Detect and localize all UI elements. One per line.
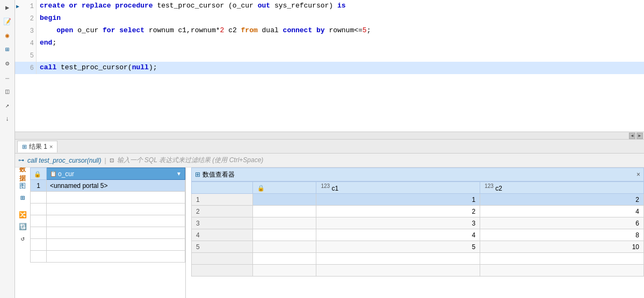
table-row-empty-1 (31, 192, 185, 203)
col-header-label: o_cur (58, 170, 74, 178)
viewer-row-4[interactable]: 4 4 8 (192, 229, 644, 241)
line-number-2: 2 (15, 12, 37, 25)
table-row-empty-5 (31, 239, 185, 251)
viewer-header: ⊞ 数值查看器 × (191, 168, 644, 181)
filter-size-icon: ⊡ (110, 157, 114, 163)
viewer-rownum-2: 2 (192, 206, 253, 217)
viewer-close-button[interactable]: × (636, 171, 640, 178)
line-content-1[interactable]: create or replace procedure test_proc_cu… (37, 0, 644, 12)
code-line-3: 3 open o_cur for select rownum c1,rownum… (15, 25, 644, 37)
results-table-container: 🔒 📋 o_cur ▼ (30, 168, 186, 298)
th-o-cur[interactable]: 📋 o_cur ▼ (47, 168, 185, 180)
line-number-1: ▶ 1 (15, 0, 37, 12)
line-content-6[interactable]: call test_proc_cursor(null); (37, 62, 644, 74)
filter-separator: | (104, 157, 106, 164)
line-content-4[interactable]: end; (37, 37, 644, 49)
col-dropdown-icon[interactable]: ▼ (176, 171, 182, 177)
code-line-1: ▶ 1 create or replace procedure test_pro… (15, 0, 644, 12)
table-row-1[interactable]: 1 <unnamed portal 5> (31, 180, 185, 192)
scroll-left-arrow[interactable]: ◀ (629, 133, 635, 139)
lock-icon: 🔒 (34, 171, 41, 177)
line-content-2[interactable]: begin (37, 12, 644, 25)
viewer-row-empty-1 (192, 253, 644, 265)
sidebar-bookmark-icon[interactable]: ◫ (2, 86, 13, 97)
viewer-rownum-5: 5 (192, 241, 253, 253)
ri-grid-icon[interactable]: 图 (17, 180, 28, 191)
viewer-cell-4-c2[interactable]: 8 (480, 229, 644, 241)
viewer-row-1[interactable]: 1 1 2 (192, 194, 644, 206)
viewer-rownum-1: 1 (192, 194, 253, 206)
editor-scrollbar[interactable]: ◀ ▶ (15, 132, 644, 139)
sidebar-share-icon[interactable]: ↗ (2, 100, 13, 111)
results-panel: ⊞ 结果 1 × ⊶ call test_proc_cursor(null) |… (15, 140, 644, 298)
filter-input[interactable]: 输入一个 SQL 表达式来过滤结果 (使用 Ctrl+Space) (117, 156, 641, 165)
viewer-title-label: 数值查看器 (202, 170, 235, 179)
th-icon: 🔒 (31, 168, 47, 180)
row-num-1: 1 (31, 180, 47, 192)
filter-query-label: call test_proc_cursor(null) (27, 157, 101, 164)
viewer-cell-1-lock (253, 194, 316, 206)
line-number-5: 5 (15, 49, 37, 62)
row-value-1[interactable]: <unnamed portal 5> (47, 180, 185, 192)
ri-chart-icon[interactable]: ⊞ (17, 192, 28, 203)
line-content-3[interactable]: open o_cur for select rownum c1,rownum*2… (37, 25, 644, 37)
sidebar-grid-icon[interactable]: ⊞ (2, 44, 13, 55)
viewer-lock-icon: 🔒 (257, 185, 265, 191)
viewer-th-c1[interactable]: 123 c1 (316, 182, 480, 194)
tab-grid-icon: ⊞ (22, 143, 27, 150)
line-marker-1: ▶ (16, 1, 21, 6)
viewer-cell-1-c1[interactable]: 1 (316, 194, 480, 206)
ri-table-icon[interactable]: 数据 (17, 169, 28, 179)
filter-cursor-icon: ⊶ (18, 157, 24, 164)
sidebar-more-icon[interactable]: … (2, 72, 13, 83)
left-sidebar: ▶ 📝 ◉ ⊞ ⚙ … ◫ ↗ ↓ (0, 0, 15, 298)
scroll-right-arrow[interactable]: ▶ (636, 133, 643, 139)
tab-close-button[interactable]: × (49, 143, 53, 150)
viewer-cell-1-c2[interactable]: 2 (480, 194, 644, 206)
table-row-empty-4 (31, 227, 185, 239)
results-content: 数据 图 ⊞ 🔀 🔃 ↺ 🔒 (15, 168, 644, 298)
viewer-cell-5-c2[interactable]: 10 (480, 241, 644, 253)
sidebar-arrow-icon[interactable]: ▶ (2, 2, 13, 13)
results-table: 🔒 📋 o_cur ▼ (30, 168, 185, 263)
sidebar-file-icon[interactable]: 📝 (2, 16, 13, 27)
viewer-table: 🔒 123 c1 123 c2 (191, 181, 644, 277)
viewer-cell-2-c2[interactable]: 4 (480, 206, 644, 217)
code-line-4: 4 end; (15, 37, 644, 49)
sidebar-settings-icon[interactable]: ⚙ (2, 58, 13, 69)
viewer-cell-5-c1[interactable]: 5 (316, 241, 480, 253)
ri-refresh-icon[interactable]: ↺ (17, 233, 28, 244)
viewer-row-empty-2 (192, 265, 644, 277)
line-number-4: 4 (15, 37, 37, 49)
viewer-cell-3-c2[interactable]: 6 (480, 217, 644, 229)
viewer-cell-2-c1[interactable]: 2 (316, 206, 480, 217)
table-row-empty-2 (31, 203, 185, 215)
line-number-3: 3 (15, 25, 37, 37)
ri-filter-icon[interactable]: 🔀 (17, 209, 28, 220)
line-content-5[interactable] (37, 49, 644, 62)
line-number-6: 6 (15, 62, 37, 74)
viewer-row-5[interactable]: 5 5 10 (192, 241, 644, 253)
results-tab-bar: ⊞ 结果 1 × (15, 140, 644, 154)
viewer-th-lock: 🔒 (253, 182, 316, 194)
code-editor: ▶ 1 create or replace procedure test_pro… (15, 0, 644, 140)
viewer-cell-4-lock (253, 229, 316, 241)
viewer-rownum-3: 3 (192, 217, 253, 229)
sidebar-db-icon[interactable]: ◉ (2, 30, 13, 41)
code-line-6: 6 call test_proc_cursor(null); (15, 62, 644, 74)
scroll-arrow-group: ◀ ▶ (629, 133, 643, 139)
viewer-th-icon (192, 182, 253, 194)
viewer-row-3[interactable]: 3 3 6 (192, 217, 644, 229)
results-tab-1[interactable]: ⊞ 结果 1 × (17, 141, 57, 152)
code-line-2: 2 begin (15, 12, 644, 25)
viewer-row-2[interactable]: 2 2 4 (192, 206, 644, 217)
sidebar-down-icon[interactable]: ↓ (2, 114, 13, 125)
viewer-cell-3-c1[interactable]: 3 (316, 217, 480, 229)
viewer-table-container: 🔒 123 c1 123 c2 (191, 181, 644, 298)
viewer-cell-5-lock (253, 241, 316, 253)
ri-sort-icon[interactable]: 🔃 (17, 221, 28, 232)
viewer-th-c2[interactable]: 123 c2 (480, 182, 644, 194)
viewer-cell-4-c1[interactable]: 4 (316, 229, 480, 241)
table-row-empty-3 (31, 215, 185, 227)
viewer-cell-2-lock (253, 206, 316, 217)
